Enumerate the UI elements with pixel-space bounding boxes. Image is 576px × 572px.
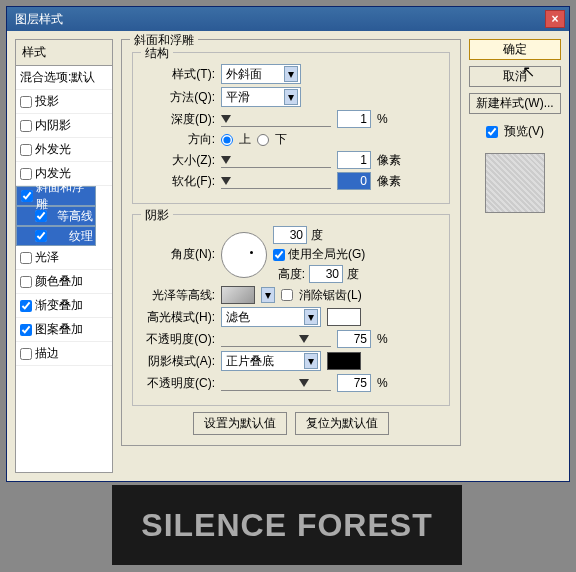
- highlight-opacity-input[interactable]: 75: [337, 330, 371, 348]
- style-checkbox[interactable]: [20, 276, 32, 288]
- style-checkbox[interactable]: [20, 120, 32, 132]
- dialog-title: 图层样式: [11, 11, 545, 28]
- style-item-9[interactable]: 渐变叠加: [16, 294, 112, 318]
- angle-input[interactable]: 30: [273, 226, 307, 244]
- style-checkbox[interactable]: [20, 144, 32, 156]
- set-default-button[interactable]: 设置为默认值: [193, 412, 287, 435]
- chevron-down-icon: ▾: [304, 353, 318, 369]
- style-checkbox[interactable]: [20, 252, 32, 264]
- chevron-down-icon: ▾: [284, 89, 298, 105]
- style-item-1[interactable]: 内阴影: [16, 114, 112, 138]
- chevron-down-icon: ▾: [304, 309, 318, 325]
- style-checkbox[interactable]: [20, 300, 32, 312]
- style-item-6[interactable]: 纹理: [16, 226, 96, 246]
- style-item-10[interactable]: 图案叠加: [16, 318, 112, 342]
- style-checkbox[interactable]: [20, 96, 32, 108]
- size-input[interactable]: 1: [337, 151, 371, 169]
- background-artwork: SILENCE FOREST: [112, 485, 462, 565]
- soften-slider[interactable]: [221, 173, 331, 189]
- highlight-opacity-slider[interactable]: [221, 331, 331, 347]
- highlight-mode-select[interactable]: 滤色▾: [221, 307, 321, 327]
- style-item-8[interactable]: 颜色叠加: [16, 270, 112, 294]
- depth-input[interactable]: 1: [337, 110, 371, 128]
- style-checkbox[interactable]: [20, 168, 32, 180]
- dir-up-radio[interactable]: [221, 134, 233, 146]
- style-item-2[interactable]: 外发光: [16, 138, 112, 162]
- ok-button[interactable]: 确定: [469, 39, 561, 60]
- depth-slider[interactable]: [221, 111, 331, 127]
- size-slider[interactable]: [221, 152, 331, 168]
- method-select[interactable]: 平滑▾: [221, 87, 301, 107]
- style-checkbox[interactable]: [20, 348, 32, 360]
- chevron-down-icon: ▾: [284, 66, 298, 82]
- global-light-checkbox[interactable]: [273, 249, 285, 261]
- chevron-down-icon[interactable]: ▾: [261, 287, 275, 303]
- antialias-checkbox[interactable]: [281, 289, 293, 301]
- preview-thumbnail: [485, 153, 545, 213]
- soften-input[interactable]: 0: [337, 172, 371, 190]
- titlebar[interactable]: 图层样式 ×: [7, 7, 569, 31]
- style-item-0[interactable]: 投影: [16, 90, 112, 114]
- style-checkbox[interactable]: [35, 230, 47, 242]
- shadow-mode-select[interactable]: 正片叠底▾: [221, 351, 321, 371]
- style-checkbox[interactable]: [21, 190, 33, 202]
- close-button[interactable]: ×: [545, 10, 565, 28]
- cancel-button[interactable]: 取消: [469, 66, 561, 87]
- shadow-opacity-input[interactable]: 75: [337, 374, 371, 392]
- styles-list: 样式 混合选项:默认 投影内阴影外发光内发光斜面和浮雕等高线纹理光泽颜色叠加渐变…: [15, 39, 113, 473]
- styles-header: 样式: [16, 40, 112, 66]
- style-item-11[interactable]: 描边: [16, 342, 112, 366]
- highlight-color[interactable]: [327, 308, 361, 326]
- blend-options[interactable]: 混合选项:默认: [16, 66, 112, 90]
- gloss-contour[interactable]: [221, 286, 255, 304]
- style-checkbox[interactable]: [20, 324, 32, 336]
- preview-checkbox[interactable]: [486, 126, 498, 138]
- shadow-opacity-slider[interactable]: [221, 375, 331, 391]
- altitude-input[interactable]: 30: [309, 265, 343, 283]
- shadow-color[interactable]: [327, 352, 361, 370]
- layer-style-dialog: 图层样式 × 样式 混合选项:默认 投影内阴影外发光内发光斜面和浮雕等高线纹理光…: [6, 6, 570, 482]
- reset-default-button[interactable]: 复位为默认值: [295, 412, 389, 435]
- angle-wheel[interactable]: [221, 232, 267, 278]
- new-style-button[interactable]: 新建样式(W)...: [469, 93, 561, 114]
- style-item-7[interactable]: 光泽: [16, 246, 112, 270]
- bevel-group: 斜面和浮雕 结构 样式(T): 外斜面▾ 方法(Q): 平滑▾ 深度(D): 1…: [121, 39, 461, 446]
- style-checkbox[interactable]: [35, 210, 47, 222]
- dir-down-radio[interactable]: [257, 134, 269, 146]
- style-select[interactable]: 外斜面▾: [221, 64, 301, 84]
- style-item-4[interactable]: 斜面和浮雕: [16, 186, 96, 206]
